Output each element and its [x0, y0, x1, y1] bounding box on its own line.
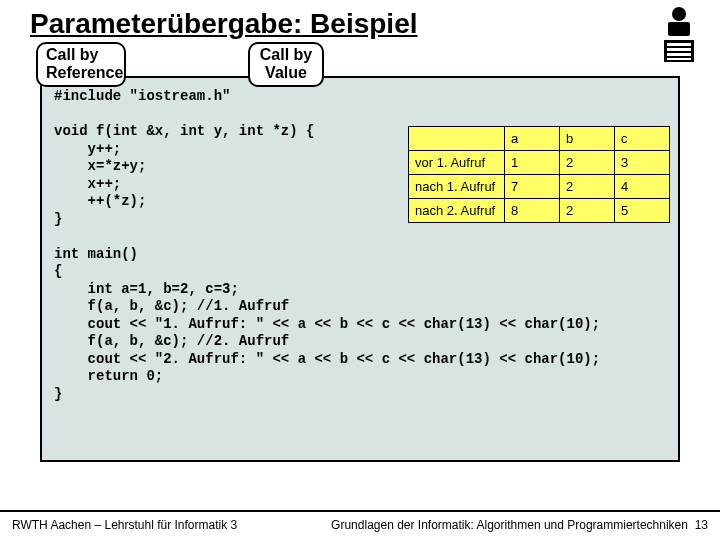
rwth-logo-icon [656, 6, 702, 62]
table-cell: 4 [615, 175, 670, 199]
table-cell: 3 [615, 151, 670, 175]
trace-table: a b c vor 1. Aufruf 1 2 3 nach 1. Aufruf… [408, 126, 670, 223]
page-number: 13 [695, 518, 708, 532]
slide: Parameterübergabe: Beispiel #include "io… [0, 0, 720, 540]
table-cell: nach 2. Aufruf [409, 199, 505, 223]
table-cell: 5 [615, 199, 670, 223]
table-cell: 2 [560, 151, 615, 175]
table-row: nach 1. Aufruf 7 2 4 [409, 175, 670, 199]
table-header-row: a b c [409, 127, 670, 151]
svg-rect-5 [667, 53, 691, 56]
table-cell: 1 [505, 151, 560, 175]
footer-divider [0, 510, 720, 512]
svg-rect-3 [667, 43, 691, 46]
table-cell: 8 [505, 199, 560, 223]
page-title: Parameterübergabe: Beispiel [30, 8, 418, 40]
footer-right-text: Grundlagen der Informatik: Algorithmen u… [331, 518, 688, 532]
call-by-reference-label: Call byReference [36, 42, 126, 87]
table-header: c [615, 127, 670, 151]
svg-rect-4 [667, 48, 691, 51]
svg-rect-6 [667, 58, 691, 60]
table-header: b [560, 127, 615, 151]
table-cell: 7 [505, 175, 560, 199]
table-header: a [505, 127, 560, 151]
footer-left-text: RWTH Aachen – Lehrstuhl für Informatik 3 [12, 518, 237, 532]
footer-right: Grundlagen der Informatik: Algorithmen u… [331, 518, 708, 532]
table-row: vor 1. Aufruf 1 2 3 [409, 151, 670, 175]
table-cell: vor 1. Aufruf [409, 151, 505, 175]
svg-rect-1 [668, 22, 690, 36]
table-cell: 2 [560, 175, 615, 199]
table-cell: nach 1. Aufruf [409, 175, 505, 199]
table-header [409, 127, 505, 151]
call-by-value-label: Call byValue [248, 42, 324, 87]
table-cell: 2 [560, 199, 615, 223]
table-row: nach 2. Aufruf 8 2 5 [409, 199, 670, 223]
svg-point-0 [672, 7, 686, 21]
